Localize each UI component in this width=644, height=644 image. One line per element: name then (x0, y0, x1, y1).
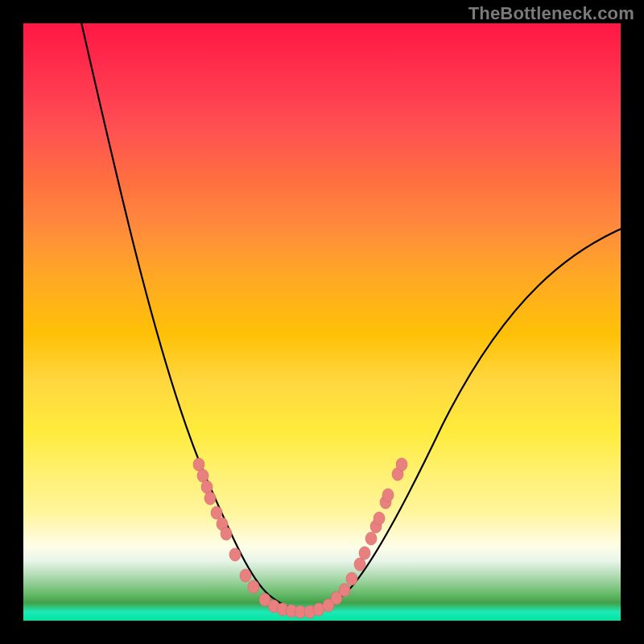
data-point (346, 572, 357, 585)
data-point (365, 532, 377, 545)
data-point (197, 469, 208, 482)
chart-frame: TheBottleneck.com (0, 0, 644, 644)
data-point (374, 512, 385, 525)
data-point (201, 481, 213, 493)
data-point (211, 506, 222, 519)
dot-group (193, 458, 407, 618)
data-point (229, 548, 241, 561)
curve-layer (23, 23, 621, 621)
data-point (240, 569, 251, 582)
plot-area (23, 23, 621, 621)
data-point (204, 492, 216, 505)
data-point (339, 584, 350, 597)
data-point (382, 489, 394, 502)
data-point (221, 527, 232, 540)
data-point (193, 458, 204, 471)
data-point (248, 580, 259, 593)
data-point (354, 558, 365, 571)
data-point (359, 547, 370, 559)
data-point (396, 458, 407, 471)
bottleneck-curve (80, 23, 621, 611)
watermark-text: TheBottleneck.com (469, 3, 634, 24)
